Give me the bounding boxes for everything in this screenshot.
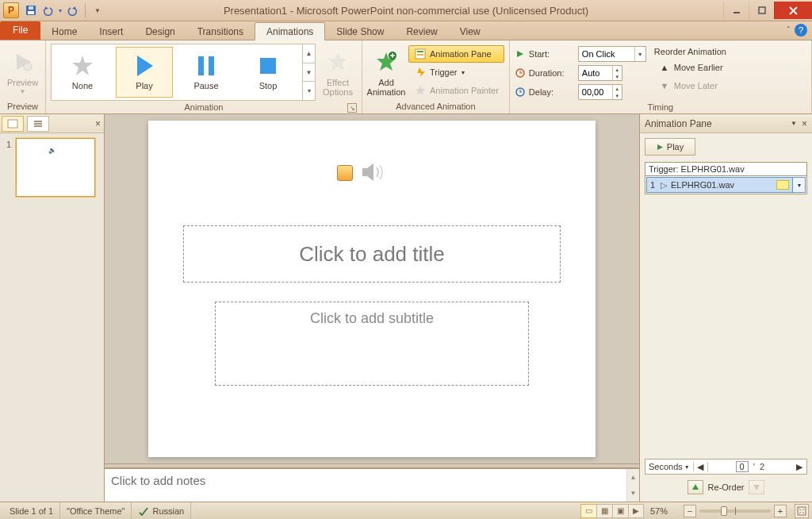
zoom-in-icon[interactable]: +	[774, 505, 787, 517]
animation-painter-button[interactable]: Animation Painter	[408, 82, 504, 99]
title-placeholder[interactable]: Click to add title	[183, 225, 561, 283]
svg-marker-18	[417, 67, 425, 77]
add-animation-icon	[373, 49, 399, 75]
play-icon	[132, 54, 156, 78]
sorter-view-icon[interactable]: ▦	[596, 504, 612, 518]
qat-customize-icon[interactable]: ▼	[90, 3, 105, 17]
reorder-down-button[interactable]	[749, 480, 764, 494]
spin-up-icon[interactable]: ▲	[613, 66, 622, 73]
minimize-button[interactable]	[723, 2, 749, 19]
tab-transitions[interactable]: Transitions	[186, 23, 255, 40]
maximize-button[interactable]	[749, 2, 774, 19]
tab-home[interactable]: Home	[40, 23, 88, 40]
timeline-next-icon[interactable]: ▶	[792, 462, 806, 472]
tab-review[interactable]: Review	[395, 23, 448, 40]
dialog-launcher-icon[interactable]: ↘	[347, 103, 357, 113]
reorder-header: Reorder Animation	[653, 45, 729, 58]
view-buttons: ▭ ▦ ▣ ▶	[580, 504, 644, 518]
file-tab[interactable]: File	[0, 21, 40, 40]
timeline-units-button[interactable]: Seconds▼	[645, 462, 694, 471]
zoom-out-icon[interactable]: −	[684, 505, 696, 517]
spin-down-icon[interactable]: ▼	[613, 73, 622, 80]
pane-menu-icon[interactable]: ▼	[791, 120, 797, 127]
close-button[interactable]	[774, 2, 812, 19]
scroll-down-icon[interactable]: ▼	[627, 486, 639, 502]
save-icon[interactable]	[24, 3, 38, 17]
close-thumbnails-icon[interactable]: ×	[95, 118, 101, 129]
help-icon[interactable]: ?	[795, 24, 807, 37]
effect-options-button[interactable]: Effect Options	[319, 44, 357, 99]
normal-view-icon[interactable]: ▭	[580, 504, 596, 518]
gallery-down-icon[interactable]: ▼	[303, 63, 315, 83]
speaker-icon[interactable]	[359, 160, 386, 184]
subtitle-placeholder[interactable]: Click to add subtitle	[215, 302, 529, 386]
delay-clock-icon	[515, 86, 526, 98]
delay-spinner[interactable]: 00,00▲▼	[578, 84, 622, 100]
notes-scrollbar[interactable]: ▲▼	[626, 469, 639, 502]
start-combo[interactable]: On Click▼	[578, 46, 646, 62]
notes-panel: Click to add notes ▲▼	[105, 468, 639, 502]
slides-tab-icon[interactable]	[2, 116, 24, 132]
effect-options-icon	[325, 49, 350, 75]
svg-rect-23	[8, 120, 17, 128]
spin-up-icon[interactable]: ▲	[613, 85, 622, 92]
spin-down-icon[interactable]: ▼	[613, 92, 622, 99]
duration-spinner[interactable]: Auto▲▼	[578, 65, 622, 81]
status-language[interactable]: Russian	[132, 502, 191, 519]
reorder-up-button[interactable]	[688, 480, 703, 494]
svg-rect-10	[209, 56, 214, 75]
ribbon-tabs: File Home Insert Design Transitions Anim…	[0, 21, 812, 40]
undo-dropdown-icon[interactable]: ▼	[57, 3, 63, 17]
gallery-item-stop[interactable]: Stop	[239, 47, 297, 98]
add-animation-button[interactable]: Add Animation	[367, 44, 405, 99]
notes-input[interactable]: Click to add notes	[105, 469, 626, 502]
pane-play-button[interactable]: Play	[645, 138, 695, 156]
animation-pane: Animation Pane ▼ × Play Trigger: ELPHRG0…	[639, 114, 812, 502]
item-dropdown-icon[interactable]: ▾	[792, 178, 805, 192]
tab-design[interactable]: Design	[134, 23, 186, 40]
slide: Click to add title Click to add subtitle	[148, 121, 596, 457]
gallery-item-pause[interactable]: Pause	[178, 47, 235, 98]
trigger-button[interactable]: Trigger ▼	[408, 63, 504, 81]
preview-button[interactable]: Preview ▼	[5, 44, 40, 98]
slide-canvas[interactable]: Click to add title Click to add subtitle	[105, 114, 639, 463]
move-earlier-button[interactable]: ▲Move Earlier	[653, 59, 729, 76]
redo-icon[interactable]	[66, 3, 80, 17]
reading-view-icon[interactable]: ▣	[612, 504, 628, 518]
animation-item[interactable]: 1 ▷ ELPHRG01.wav ▾	[646, 177, 806, 193]
animation-pane-button[interactable]: Animation Pane	[408, 45, 504, 63]
gallery-scroll: ▲ ▼ ▾	[302, 44, 315, 100]
play-icon	[657, 144, 664, 151]
tab-slide-show[interactable]: Slide Show	[325, 23, 395, 40]
group-label-animation: Animation↘	[51, 101, 357, 114]
workspace: × 1 🔉 Click to add title Click to add su…	[0, 114, 812, 502]
zoom-slider[interactable]	[699, 509, 771, 513]
gallery-item-none[interactable]: None	[54, 47, 111, 98]
slide-thumbnail[interactable]: 1 🔉	[3, 138, 101, 197]
svg-marker-5	[17, 54, 31, 70]
slideshow-view-icon[interactable]: ▶	[628, 504, 644, 518]
pane-close-icon[interactable]: ×	[802, 118, 807, 129]
animation-gallery[interactable]: None Play Pause Stop ▲ ▼ ▾	[51, 44, 316, 101]
pane-reorder: Re-Order	[645, 478, 807, 497]
start-play-icon	[515, 48, 526, 60]
gallery-up-icon[interactable]: ▲	[303, 44, 315, 63]
item-play-icon: ▷	[658, 180, 669, 190]
status-slide: Slide 1 of 1	[3, 502, 60, 519]
move-later-button[interactable]: ▼Move Later	[653, 77, 729, 94]
svg-point-6	[24, 63, 32, 71]
undo-icon[interactable]	[40, 3, 55, 17]
tab-insert[interactable]: Insert	[88, 23, 134, 40]
zoom-percent[interactable]: 57%	[650, 506, 680, 516]
item-timeline-bar	[776, 180, 789, 190]
fit-to-window-icon[interactable]	[795, 504, 809, 518]
tab-view[interactable]: View	[449, 23, 492, 40]
outline-tab-icon[interactable]	[27, 116, 49, 132]
gallery-item-play[interactable]: Play	[116, 47, 173, 98]
tab-animations[interactable]: Animations	[255, 22, 325, 40]
scroll-up-icon[interactable]: ▲	[627, 469, 639, 486]
gallery-more-icon[interactable]: ▾	[303, 82, 315, 100]
embedded-file-icon[interactable]	[337, 165, 353, 181]
timeline-prev-icon[interactable]: ◀	[694, 462, 708, 472]
minimize-ribbon-icon[interactable]: ˆ	[787, 25, 790, 35]
